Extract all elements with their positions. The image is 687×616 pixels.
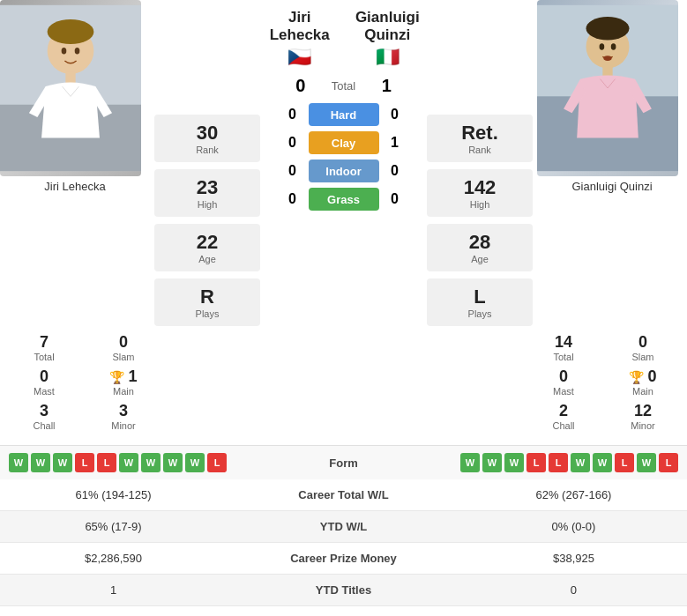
right-total-label: Total — [553, 352, 573, 362]
left-chall-label: Chall — [33, 420, 55, 431]
form-badge-w: W — [637, 453, 656, 472]
left-chall-value: 3 — [40, 402, 49, 420]
form-badge-w: W — [119, 453, 138, 472]
form-badge-w: W — [163, 453, 183, 472]
stat-left-val: 65% (17-9) — [0, 511, 227, 543]
clay-score-left: 0 — [284, 135, 302, 151]
indoor-badge: Indoor — [309, 160, 379, 182]
stat-right-val: 0% (0-0) — [460, 511, 687, 543]
main-container: Jiri Lehecka 30 Rank 23 High 22 Age R Pl… — [0, 0, 687, 606]
svg-point-4 — [48, 19, 94, 44]
svg-point-15 — [603, 56, 611, 61]
form-badge-l: L — [207, 453, 227, 472]
stat-center-label: Career Prize Money — [227, 543, 460, 575]
left-minor-label: Minor — [111, 420, 136, 431]
hard-score-right: 0 — [386, 107, 404, 122]
right-high-value: 142 — [444, 176, 515, 199]
right-slam-label: Slam — [631, 352, 653, 362]
left-chall-item: 3 Chall — [9, 400, 79, 433]
right-flag: 🇮🇹 — [353, 46, 423, 69]
total-row: 0 Total 1 — [265, 76, 422, 96]
right-mast-value: 0 — [559, 367, 568, 386]
left-stats-panel: 30 Rank 23 High 22 Age R Plays — [150, 0, 265, 326]
stat-center-label: YTD Titles — [227, 575, 460, 606]
right-plays-label: Plays — [444, 308, 515, 319]
stat-center-label: Career Total W/L — [227, 479, 460, 511]
left-rank-label: Rank — [172, 145, 243, 155]
right-high-label: High — [444, 199, 515, 210]
left-mast-label: Mast — [34, 386, 55, 397]
right-chall-label: Chall — [552, 420, 574, 431]
left-flag: 🇨🇿 — [265, 46, 335, 69]
form-badge-l: L — [97, 453, 116, 472]
right-player-photo-area: Gianluigi Quinzi — [537, 0, 687, 197]
stats-row: 65% (17-9) YTD W/L 0% (0-0) — [0, 511, 687, 543]
form-badge-w: W — [460, 453, 480, 472]
left-total-value: 7 — [40, 333, 49, 352]
left-rank-value: 30 — [172, 122, 243, 145]
right-plays-stat: L Plays — [427, 278, 533, 326]
stat-center-label: YTD W/L — [227, 511, 460, 543]
svg-point-6 — [75, 48, 80, 55]
left-plays-label: Plays — [172, 308, 243, 319]
right-stats-panel: Ret. Rank 142 High 28 Age L Plays — [422, 0, 537, 326]
stat-right-val: $38,925 — [460, 543, 687, 575]
right-detailed-stats: 14 Total 0 Slam 0 Mast 🏆 0 Main — [528, 328, 678, 433]
svg-point-5 — [62, 48, 67, 55]
right-main-value: 0 — [647, 367, 656, 386]
left-player-photo — [0, 0, 141, 176]
right-minor-item: 12 Minor — [608, 400, 678, 433]
left-mast-value: 0 — [40, 367, 49, 386]
left-high-stat: 23 High — [154, 169, 260, 217]
right-rank-label: Rank — [444, 145, 515, 155]
right-main-item: 🏆 0 Main — [608, 366, 678, 398]
left-player-photo-area: Jiri Lehecka — [0, 0, 150, 197]
indoor-score-right: 0 — [386, 163, 404, 179]
right-plays-value: L — [444, 286, 515, 308]
form-badge-w: W — [53, 453, 72, 472]
right-mast-label: Mast — [553, 386, 574, 397]
left-player-name-below: Jiri Lehecka — [0, 176, 150, 197]
left-detailed-stats: 7 Total 0 Slam 0 Mast 🏆 1 Main — [9, 328, 159, 433]
svg-point-13 — [600, 43, 605, 50]
clay-badge: Clay — [309, 131, 379, 154]
surface-rows: 0 Hard 0 0 Clay 1 0 Indoor 0 0 Grass — [265, 103, 422, 211]
left-main-item: 🏆 1 Main — [88, 366, 159, 398]
grass-row: 0 Grass 0 — [284, 188, 404, 211]
right-trophy-row: 🏆 0 — [629, 367, 656, 386]
grass-score-right: 0 — [386, 191, 404, 207]
form-badge-w: W — [141, 453, 161, 472]
left-mast-item: 0 Mast — [9, 366, 79, 398]
right-form-badges: WWWLLWWLWL — [386, 453, 679, 472]
form-badge-l: L — [659, 453, 678, 472]
right-rank-value: Ret. — [444, 122, 515, 145]
stat-left-val: 61% (194-125) — [0, 479, 227, 511]
grass-badge: Grass — [309, 188, 379, 211]
form-badge-w: W — [593, 453, 612, 472]
hard-badge: Hard — [309, 103, 379, 126]
hard-score-left: 0 — [284, 107, 302, 122]
form-badge-l: L — [549, 453, 568, 472]
form-badge-w: W — [504, 453, 524, 472]
right-slam-value: 0 — [638, 333, 647, 352]
clay-score-right: 1 — [386, 135, 404, 151]
form-badge-w: W — [482, 453, 502, 472]
grass-score-left: 0 — [284, 191, 302, 207]
left-main-label: Main — [113, 386, 134, 397]
form-badge-l: L — [75, 453, 94, 472]
right-player-photo — [537, 0, 678, 176]
stats-row: 61% (194-125) Career Total W/L 62% (267-… — [0, 479, 687, 511]
right-age-label: Age — [444, 254, 515, 264]
right-slam-item: 0 Slam — [608, 331, 678, 364]
right-rank-stat: Ret. Rank — [427, 115, 533, 162]
form-badge-w: W — [31, 453, 50, 472]
indoor-score-left: 0 — [284, 163, 302, 179]
right-main-label: Main — [632, 386, 653, 397]
left-trophy-icon: 🏆 — [109, 370, 124, 384]
form-badge-l: L — [615, 453, 634, 472]
left-age-label: Age — [172, 254, 243, 264]
form-section: WWWLLWWWWL Form WWWLLWWLWL — [0, 445, 687, 479]
stat-right-val: 0 — [460, 575, 687, 606]
detailed-stats-row: 7 Total 0 Slam 0 Mast 🏆 1 Main — [0, 326, 687, 436]
right-high-stat: 142 High — [427, 169, 533, 217]
